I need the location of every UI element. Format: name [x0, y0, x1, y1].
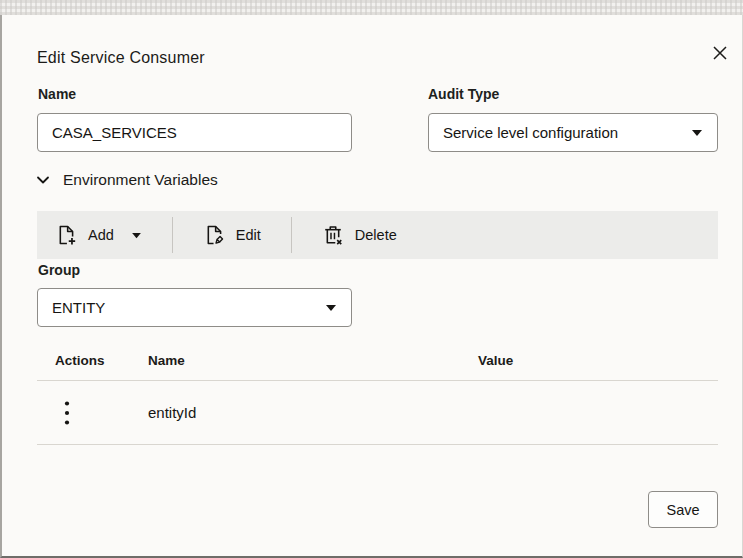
background-page-texture: [0, 0, 743, 15]
chevron-down-icon: [35, 172, 51, 188]
column-header-value: Value: [478, 353, 718, 368]
close-button[interactable]: [706, 39, 734, 67]
row-name-cell: entityId: [148, 404, 478, 421]
caret-down-icon: [691, 129, 703, 137]
caret-down-icon: [325, 304, 337, 312]
environment-variables-section-toggle[interactable]: Environment Variables: [35, 167, 218, 193]
audit-type-selected-value: Service level configuration: [443, 124, 618, 141]
column-header-actions: Actions: [37, 353, 148, 368]
group-label: Group: [38, 262, 80, 278]
toolbar-divider: [172, 217, 173, 253]
env-vars-table: Actions Name Value entityId: [37, 341, 718, 445]
row-actions-menu-button[interactable]: [55, 397, 79, 429]
audit-type-label: Audit Type: [428, 86, 499, 102]
add-button-label: Add: [88, 227, 114, 243]
document-pencil-icon: [203, 224, 225, 246]
edit-button-label: Edit: [236, 227, 261, 243]
column-header-name: Name: [148, 353, 478, 368]
edit-service-consumer-dialog: Edit Service Consumer Name Audit Type Se…: [0, 15, 743, 558]
dialog-title: Edit Service Consumer: [37, 49, 205, 67]
edit-button[interactable]: Edit: [203, 224, 261, 246]
add-caret-down-icon: [131, 232, 142, 239]
group-selected-value: ENTITY: [52, 299, 105, 316]
audit-type-select[interactable]: Service level configuration: [428, 113, 718, 152]
group-select[interactable]: ENTITY: [37, 288, 352, 327]
delete-button-label: Delete: [355, 227, 397, 243]
env-vars-toolbar: Add Edit: [37, 211, 718, 259]
name-input[interactable]: [37, 113, 352, 152]
kebab-icon: [64, 400, 70, 426]
table-header-row: Actions Name Value: [37, 341, 718, 381]
save-button[interactable]: Save: [648, 491, 718, 528]
environment-variables-label: Environment Variables: [63, 171, 218, 189]
toolbar-divider: [291, 217, 292, 253]
name-label: Name: [38, 86, 76, 102]
delete-button[interactable]: Delete: [322, 224, 397, 246]
table-row: entityId: [37, 381, 718, 445]
close-icon: [710, 43, 730, 63]
document-plus-icon: [55, 224, 77, 246]
trash-x-icon: [322, 224, 344, 246]
add-button[interactable]: Add: [55, 224, 142, 246]
